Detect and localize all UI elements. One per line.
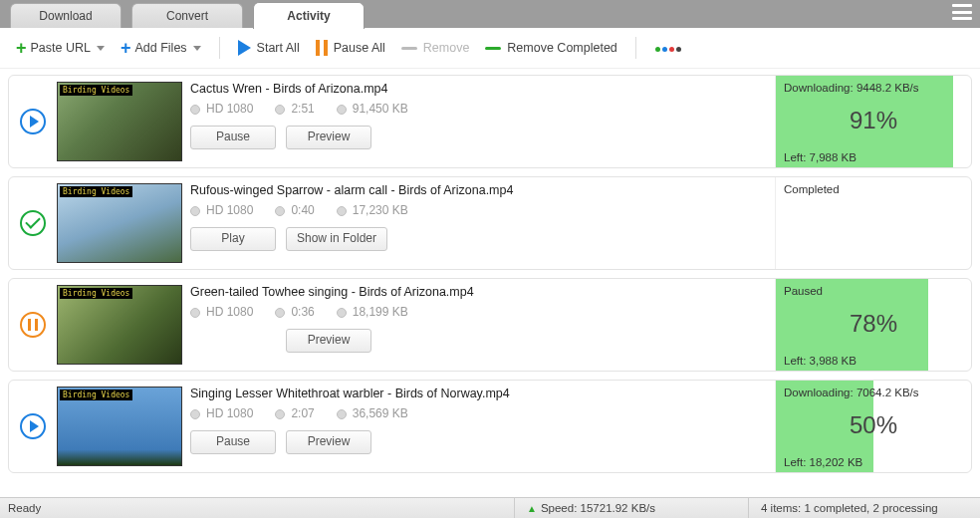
toolbar: + Paste URL + Add Files Start All Pause … bbox=[0, 28, 980, 69]
remove-completed-button[interactable]: Remove Completed bbox=[479, 34, 622, 62]
thumbnail: Birding Videos bbox=[57, 285, 182, 365]
left-label: Left: 7,988 KB bbox=[784, 151, 963, 165]
duration-label: 0:36 bbox=[275, 305, 314, 319]
status-summary: 4 items: 1 completed, 2 processing bbox=[748, 498, 972, 518]
left-label: Left: 3,988 KB bbox=[784, 355, 963, 369]
pause-button[interactable]: Pause bbox=[190, 430, 276, 454]
thumbnail: Birding Videos bbox=[57, 82, 182, 161]
speed-label: Downloading: 9448.2 KB/s bbox=[784, 82, 963, 94]
tab-activity[interactable]: Activity bbox=[253, 2, 365, 29]
duration-label: 2:51 bbox=[275, 102, 314, 116]
size-label: 17,230 KB bbox=[337, 203, 408, 217]
chevron-down-icon bbox=[193, 46, 201, 51]
chevron-down-icon bbox=[97, 46, 105, 51]
remove-button[interactable]: Remove bbox=[395, 34, 476, 62]
pause-all-label: Pause All bbox=[334, 41, 385, 55]
start-all-label: Start All bbox=[257, 41, 300, 55]
size-label: 36,569 KB bbox=[337, 406, 408, 420]
state-indicator bbox=[9, 76, 57, 167]
percent-label: 78% bbox=[784, 297, 963, 355]
start-all-button[interactable]: Start All bbox=[232, 34, 306, 62]
dash-icon bbox=[401, 47, 417, 50]
play-icon bbox=[20, 109, 46, 134]
play-icon bbox=[20, 413, 46, 439]
watermark: Birding Videos bbox=[60, 389, 132, 400]
state-indicator bbox=[9, 177, 57, 269]
add-files-label: Add Files bbox=[134, 41, 186, 55]
list-item[interactable]: Birding Videos Rufous-winged Sparrow - a… bbox=[8, 176, 972, 270]
check-icon bbox=[20, 210, 46, 236]
speed-label: Downloading: 7064.2 KB/s bbox=[784, 387, 963, 398]
download-list: Birding Videos Cactus Wren - Birds of Ar… bbox=[0, 69, 980, 511]
percent-label: 91% bbox=[784, 94, 963, 151]
list-item[interactable]: Birding Videos Singing Lesser Whitethroa… bbox=[8, 380, 972, 473]
duration-label: 0:40 bbox=[275, 203, 314, 217]
pause-all-button[interactable]: Pause All bbox=[310, 34, 391, 62]
status-label: Paused bbox=[784, 285, 963, 297]
thumbnail: Birding Videos bbox=[57, 387, 182, 466]
status-label: Completed bbox=[784, 183, 963, 195]
status-panel: Paused 78% Left: 3,988 KB bbox=[775, 279, 971, 371]
status-panel: Downloading: 7064.2 KB/s 50% Left: 18,20… bbox=[775, 381, 971, 472]
show-in-folder-button[interactable]: Show in Folder bbox=[286, 227, 387, 251]
status-bar: Ready ▲ Speed: 15721.92 KB/s 4 items: 1 … bbox=[0, 497, 980, 518]
preview-button[interactable]: Preview bbox=[286, 126, 371, 149]
dash-icon bbox=[485, 47, 501, 50]
left-label: Left: 18,202 KB bbox=[784, 456, 963, 470]
quality-label: HD 1080 bbox=[190, 406, 253, 420]
dots-icon bbox=[654, 41, 682, 55]
pause-icon bbox=[316, 40, 328, 56]
plus-icon: + bbox=[16, 39, 27, 57]
watermark: Birding Videos bbox=[60, 85, 132, 96]
percent-label: 50% bbox=[784, 398, 963, 456]
watermark: Birding Videos bbox=[60, 288, 132, 299]
item-title: Singing Lesser Whitethroat warbler - Bir… bbox=[190, 387, 767, 400]
remove-label: Remove bbox=[423, 41, 470, 55]
watermark: Birding Videos bbox=[60, 186, 132, 197]
quality-label: HD 1080 bbox=[190, 305, 253, 319]
item-title: Rufous-winged Sparrow - alarm call - Bir… bbox=[190, 183, 767, 197]
more-actions-button[interactable] bbox=[648, 34, 688, 62]
tab-bar: Download Convert Activity bbox=[0, 0, 980, 28]
quality-label: HD 1080 bbox=[190, 102, 253, 116]
play-button[interactable]: Play bbox=[190, 227, 276, 251]
list-item[interactable]: Birding Videos Green-tailed Towhee singi… bbox=[8, 278, 972, 372]
state-indicator bbox=[9, 381, 57, 472]
separator bbox=[219, 37, 220, 59]
quality-label: HD 1080 bbox=[190, 203, 253, 217]
separator bbox=[635, 37, 636, 59]
pause-icon bbox=[20, 312, 46, 338]
item-title: Cactus Wren - Birds of Arizona.mp4 bbox=[190, 82, 767, 96]
paste-url-button[interactable]: + Paste URL bbox=[10, 34, 111, 62]
status-speed: ▲ Speed: 15721.92 KB/s bbox=[514, 498, 748, 518]
paste-url-label: Paste URL bbox=[31, 41, 91, 55]
tab-download[interactable]: Download bbox=[10, 3, 122, 28]
preview-button[interactable]: Preview bbox=[286, 430, 371, 454]
tab-convert[interactable]: Convert bbox=[131, 3, 243, 28]
thumbnail: Birding Videos bbox=[57, 183, 182, 263]
remove-completed-label: Remove Completed bbox=[507, 41, 616, 55]
size-label: 91,450 KB bbox=[337, 102, 408, 116]
pause-button[interactable]: Pause bbox=[190, 126, 276, 149]
play-icon bbox=[238, 40, 251, 56]
duration-label: 2:07 bbox=[275, 406, 314, 420]
plus-icon: + bbox=[121, 39, 131, 57]
status-panel: Completed bbox=[775, 177, 971, 269]
status-ready: Ready bbox=[8, 498, 53, 518]
list-item[interactable]: Birding Videos Cactus Wren - Birds of Ar… bbox=[8, 75, 972, 168]
preview-button[interactable]: Preview bbox=[286, 329, 371, 353]
menu-icon[interactable] bbox=[952, 4, 972, 20]
size-label: 18,199 KB bbox=[337, 305, 408, 319]
status-panel: Downloading: 9448.2 KB/s 91% Left: 7,988… bbox=[775, 76, 971, 167]
item-title: Green-tailed Towhee singing - Birds of A… bbox=[190, 285, 767, 299]
state-indicator bbox=[9, 279, 57, 371]
add-files-button[interactable]: + Add Files bbox=[115, 34, 207, 62]
